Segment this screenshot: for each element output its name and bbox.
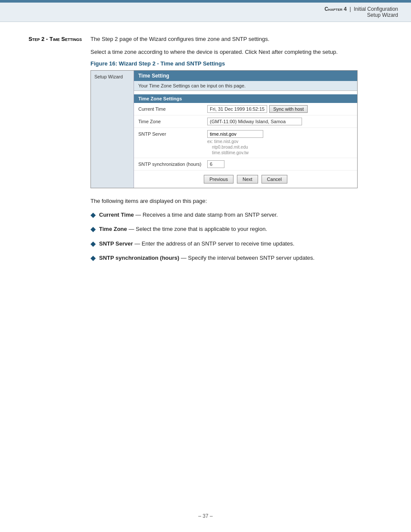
list-item-timezone: ◆ Time Zone — Select the time zone that … xyxy=(90,225,385,233)
page-content: Step 2 - Time Settings The Step 2 page o… xyxy=(0,22,411,294)
bullet-text-3: SNTP Server — Enter the address of an SN… xyxy=(99,240,385,248)
bullet-term-3: SNTP Server xyxy=(99,240,133,247)
chapter-subtitle: Setup Wizard xyxy=(367,12,398,18)
previous-button[interactable]: Previous xyxy=(204,175,234,184)
sntp-sync-input[interactable] xyxy=(207,160,224,168)
wizard-section-bar: Time Zone Settings xyxy=(134,94,357,103)
wizard-sidebar-label: Setup Wizard xyxy=(94,74,123,79)
bullet-term-1: Current Time xyxy=(99,212,134,218)
wizard-sidebar: Setup Wizard xyxy=(91,71,134,188)
step-label: Step 2 - Time Settings xyxy=(26,35,82,268)
step-intro2: Select a time zone according to where th… xyxy=(90,48,385,56)
field-label-sntp-sync: SNTP synchronization (hours) xyxy=(138,160,207,167)
wizard-field-current-time: Current Time Fri, 31 Dec 1999 16:52:15 S… xyxy=(134,103,357,115)
wizard-field-timezone: Time Zone (GMT-11:00) Midway Island, Sam… xyxy=(134,115,357,128)
bullet-term-2: Time Zone xyxy=(99,226,127,232)
page-footer: – 37 – xyxy=(0,504,411,523)
wizard-main: Time Setting Your Time Zone Settings can… xyxy=(134,71,357,188)
list-item-current-time: ◆ Current Time — Receives a time and dat… xyxy=(90,211,385,219)
wizard-buttons-row: Previous Next Cancel xyxy=(134,171,357,188)
bullet-diamond-2: ◆ xyxy=(90,225,96,233)
field-value-current-time: Fri, 31 Dec 1999 16:52:15 Sync with host xyxy=(207,105,353,113)
bullet-diamond-4: ◆ xyxy=(90,254,96,262)
step-section: Step 2 - Time Settings The Step 2 page o… xyxy=(26,35,385,268)
wizard-field-sntp-server: SNTP Server ex: time.nist.gov ntp0.broad… xyxy=(134,128,357,158)
sync-with-host-button[interactable]: Sync with host xyxy=(269,105,308,113)
list-item-sntp-sync: ◆ SNTP synchronization (hours) — Specify… xyxy=(90,254,385,262)
bullet-text-1: Current Time — Receives a time and date … xyxy=(99,211,385,219)
wizard-subtitle: Your Time Zone Settings can be input on … xyxy=(134,81,357,91)
field-value-sntp-sync xyxy=(207,160,353,168)
description-section: The following items are displayed on thi… xyxy=(90,197,385,262)
field-value-sntp-server: ex: time.nist.gov ntp0.broad.mit.edu tim… xyxy=(207,130,353,156)
next-button[interactable]: Next xyxy=(237,175,258,184)
figure-label: Figure 16: Wizard Step 2 - Time and SNTP… xyxy=(90,60,385,67)
wizard-field-sntp-sync: SNTP synchronization (hours) xyxy=(134,158,357,171)
description-intro: The following items are displayed on thi… xyxy=(90,197,385,205)
field-label-sntp-server: SNTP Server xyxy=(138,130,207,137)
bullet-diamond-1: ◆ xyxy=(90,211,96,219)
field-label-current-time: Current Time xyxy=(138,105,207,112)
list-item-sntp-server: ◆ SNTP Server — Enter the address of an … xyxy=(90,240,385,248)
bullet-diamond-3: ◆ xyxy=(90,240,96,248)
field-label-timezone: Time Zone xyxy=(138,118,207,124)
chapter-label: Chapter 4 xyxy=(324,6,347,12)
step-body: The Step 2 page of the Wizard configures… xyxy=(90,35,385,268)
bullet-list: ◆ Current Time — Receives a time and dat… xyxy=(90,211,385,262)
cancel-button[interactable]: Cancel xyxy=(262,175,287,184)
wizard-screenshot: Setup Wizard Time Setting Your Time Zone… xyxy=(90,70,358,188)
bullet-text-4: SNTP synchronization (hours) — Specify t… xyxy=(99,254,385,262)
chapter-title: Initial Configuration xyxy=(354,6,398,12)
page-number: – 37 – xyxy=(198,513,212,519)
bullet-term-4: SNTP synchronization (hours) xyxy=(99,255,179,261)
current-time-input: Fri, 31 Dec 1999 16:52:15 xyxy=(207,105,267,113)
sntp-hint: ex: time.nist.gov ntp0.broad.mit.edu tim… xyxy=(207,139,353,156)
chapter-header: Chapter 4 | Initial Configuration Setup … xyxy=(0,3,411,22)
bullet-text-2: Time Zone — Select the time zone that is… xyxy=(99,225,385,233)
field-value-timezone: (GMT-11:00) Midway Island, Samoa xyxy=(207,118,353,125)
step-intro1: The Step 2 page of the Wizard configures… xyxy=(90,35,385,44)
sntp-server-input[interactable] xyxy=(207,130,263,138)
timezone-value: (GMT-11:00) Midway Island, Samoa xyxy=(207,118,302,125)
wizard-title-bar: Time Setting xyxy=(134,71,357,81)
